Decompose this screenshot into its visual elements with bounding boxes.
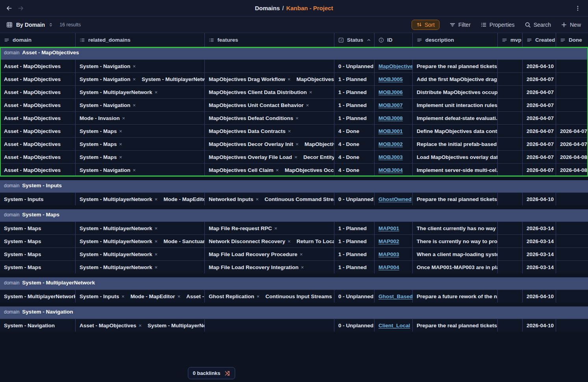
remove-tag-icon[interactable]: × [155,196,158,202]
cell-id[interactable]: MOBJ003 [375,151,413,163]
remove-tag-icon[interactable]: × [296,115,299,121]
row-id-link[interactable]: GhostOwned [378,196,412,202]
remove-tag-icon[interactable]: × [119,128,122,134]
row-id-link[interactable]: MOBJ002 [378,141,403,147]
cell-status[interactable]: 1 - Planned [334,112,375,124]
column-header-features[interactable]: features [205,33,334,47]
row-id-link[interactable]: MOBJ003 [378,154,403,160]
cell-done[interactable] [556,60,588,72]
cell-mvp[interactable] [498,99,523,111]
cell-status[interactable]: 1 - Planned [334,73,375,85]
remove-tag-icon[interactable]: × [133,102,136,108]
cell-created[interactable]: 2026-04-10 [523,319,556,332]
cell-related-domains[interactable]: System - Maps× [76,138,205,150]
cell-description[interactable]: Prepare a future rework of the n... [413,290,498,303]
cell-description[interactable]: Define MapObjectives data contr... [413,125,498,137]
cell-mvp[interactable] [498,319,523,332]
row-id-link[interactable]: Client_Local [378,323,410,328]
cell-created[interactable]: 2026-04-10 [523,193,556,205]
view-selector[interactable]: By Domain [6,22,53,28]
cell-related-domains[interactable]: System - MultiplayerNetwork×Mode - Sanct… [76,235,205,247]
cell-status[interactable]: 1 - Planned [334,235,375,247]
cell-domain[interactable]: Asset - MapObjectives [0,164,76,176]
cell-done[interactable] [556,193,588,205]
row-id-link[interactable]: MAP001 [378,225,399,231]
cell-domain[interactable]: System - Navigation [0,319,76,332]
cell-mvp[interactable] [498,248,523,260]
cell-status[interactable]: 1 - Planned [334,86,375,98]
cell-domain[interactable]: Asset - MapObjectives [0,60,76,72]
cell-done[interactable] [556,99,588,111]
cell-related-domains[interactable]: System - Maps× [76,125,205,137]
cell-mvp[interactable] [498,290,523,303]
remove-tag-icon[interactable]: × [155,251,158,257]
remove-tag-icon[interactable]: × [122,115,125,121]
cell-status[interactable]: 4 - Done [334,164,375,176]
row-id-link[interactable]: MAP003 [378,251,399,257]
cell-status[interactable]: 0 - Unplanned [334,319,375,332]
forward-button[interactable] [17,5,24,12]
cell-domain[interactable]: System - Maps [0,222,76,234]
cell-domain[interactable]: System - MultiplayerNetwork [0,290,76,303]
cell-mvp[interactable] [498,125,523,137]
remove-tag-icon[interactable]: × [133,63,136,69]
remove-tag-icon[interactable]: × [306,102,309,108]
cell-done[interactable] [556,222,588,234]
row-id-link[interactable]: MOBJ004 [378,167,403,173]
cell-description[interactable]: When a client map-loading syste... [413,248,498,260]
cell-id[interactable]: MAP003 [375,248,413,260]
cell-related-domains[interactable]: System - Inputs×Mode - MapEditor×Asset -… [76,290,205,303]
row-id-link[interactable]: MOBJ001 [378,128,403,134]
cell-features[interactable]: MapObjectives Client Data Distribution× [205,86,334,98]
backlinks-button[interactable]: 0 backlinks [188,367,235,379]
cell-features[interactable]: MapObjectives Cell Claim×MapObjectives O… [205,164,334,176]
cell-created[interactable]: 2026-04-07 [523,99,556,111]
remove-tag-icon[interactable]: × [295,154,298,160]
cell-features[interactable]: Ghost Replication×Continuous Input Strea… [205,290,334,303]
cell-created[interactable]: 2026-04-07 [523,151,556,163]
remove-tag-icon[interactable]: × [288,238,291,244]
cell-features[interactable]: MapObjectives Decor Overlay Init×MapObje… [205,138,334,150]
cell-description[interactable]: Add the first MapObjective drag ... [413,73,498,85]
search-button[interactable]: Search [525,22,551,28]
cell-domain[interactable]: Asset - MapObjectives [0,73,76,85]
cell-id[interactable]: MOBJ007 [375,99,413,111]
cell-created[interactable]: 2026-04-10 [523,290,556,303]
remove-tag-icon[interactable]: × [139,323,142,328]
cell-domain[interactable]: System - Maps [0,261,76,273]
cell-domain[interactable]: Asset - MapObjectives [0,99,76,111]
remove-tag-icon[interactable]: × [288,128,291,134]
cell-status[interactable]: 0 - Unplanned [334,290,375,303]
column-header-related_domains[interactable]: related_domains [76,33,205,47]
cell-domain[interactable]: Asset - MapObjectives [0,125,76,137]
cell-done[interactable]: 2026-04-07 [556,125,588,137]
remove-tag-icon[interactable]: × [155,238,158,244]
cell-created[interactable]: 2026-03-14 [523,248,556,260]
cell-related-domains[interactable]: System - Navigation× [76,164,205,176]
cell-id[interactable]: MOBJ001 [375,125,413,137]
cell-mvp[interactable] [498,73,523,85]
cell-related-domains[interactable]: System - Navigation× [76,60,205,72]
cell-done[interactable] [556,261,588,273]
cell-mvp[interactable] [498,60,523,72]
remove-tag-icon[interactable]: × [256,196,259,202]
remove-tag-icon[interactable]: × [119,141,122,147]
row-id-link[interactable]: MAP004 [378,264,399,270]
cell-created[interactable]: 2026-04-07 [523,125,556,137]
cell-features[interactable]: MapObjectives Overlay File Load×Decor En… [205,151,334,163]
cell-description[interactable]: Implement server-side multi-cel... [413,164,498,176]
cell-related-domains[interactable]: System - MultiplayerNetwork× [76,86,205,98]
cell-features[interactable]: Map File Load Recovery Procedure× [205,248,334,260]
cell-done[interactable] [556,112,588,124]
remove-tag-icon[interactable]: × [133,76,136,82]
remove-tag-icon[interactable]: × [301,264,304,270]
cell-mvp[interactable] [498,164,523,176]
remove-tag-icon[interactable]: × [309,89,312,95]
cell-description[interactable]: Prepare the real planned tickets ... [413,319,498,332]
row-id-link[interactable]: MAP002 [378,238,399,244]
cell-status[interactable]: 4 - Done [334,125,375,137]
cell-features[interactable]: Map File Re-request RPC× [205,222,334,234]
cell-status[interactable]: 4 - Done [334,151,375,163]
cell-mvp[interactable] [498,261,523,273]
row-id-link[interactable]: MOBJ005 [378,76,403,82]
